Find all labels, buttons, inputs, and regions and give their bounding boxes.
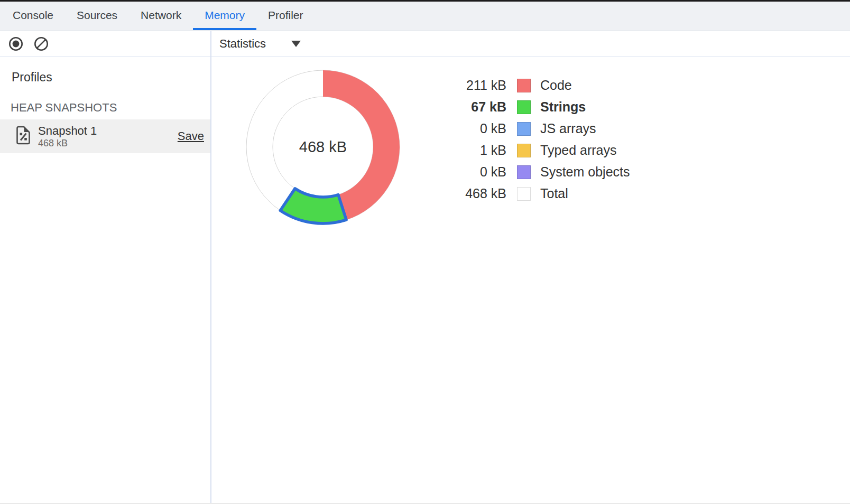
legend-row-js-arrays: 0 kBJS arrays [454, 118, 630, 139]
clear-all-icon[interactable] [34, 36, 49, 51]
snapshot-list-item[interactable]: Snapshot 1 468 kB Save [0, 119, 210, 153]
legend-row-total: 468 kBTotal [454, 183, 630, 204]
legend-row-typed-arrays: 1 kBTyped arrays [454, 139, 630, 161]
record-icon[interactable] [8, 36, 23, 51]
snapshot-info: Snapshot 1 468 kB [38, 124, 97, 148]
legend-swatch-icon [517, 187, 531, 201]
legend-value: 1 kB [454, 143, 506, 158]
tab-network[interactable]: Network [129, 2, 193, 30]
memory-donut-chart: 468 kB [238, 62, 408, 231]
heap-snapshot-icon [15, 125, 31, 147]
legend-value: 468 kB [454, 186, 506, 201]
donut-slice-strings[interactable] [280, 189, 346, 223]
statistics-view: 468 kB 211 kBCode67 kBStrings0 kBJS arra… [211, 58, 850, 504]
legend-label: Strings [540, 99, 586, 115]
legend-value: 211 kB [454, 78, 506, 93]
save-link[interactable]: Save [178, 129, 204, 143]
legend-value: 0 kB [454, 164, 506, 180]
legend-swatch-icon [517, 144, 531, 157]
view-select-value: Statistics [219, 37, 266, 51]
legend-swatch-icon [517, 79, 531, 92]
chevron-down-icon [291, 41, 301, 47]
devtools-tabbar: Console Sources Network Memory Profiler [0, 2, 850, 31]
heap-snapshots-heading: HEAP SNAPSHOTS [11, 101, 117, 115]
profiles-heading: Profiles [12, 70, 52, 85]
legend-swatch-icon [517, 165, 531, 179]
chart-legend: 211 kBCode67 kBStrings0 kBJS arrays1 kBT… [454, 74, 630, 204]
tab-sources[interactable]: Sources [65, 2, 129, 30]
snapshot-title: Snapshot 1 [38, 124, 97, 138]
memory-toolbar: Statistics [0, 31, 850, 57]
legend-value: 67 kB [454, 99, 506, 115]
legend-label: JS arrays [540, 121, 596, 136]
tab-memory[interactable]: Memory [193, 2, 256, 30]
legend-label: Total [540, 186, 568, 201]
legend-swatch-icon [517, 122, 531, 136]
snapshot-size: 468 kB [38, 138, 97, 148]
view-select[interactable]: Statistics [219, 31, 301, 57]
profiles-sidebar: Profiles HEAP SNAPSHOTS Snapshot 1 468 k… [0, 58, 210, 504]
legend-value: 0 kB [454, 121, 506, 136]
legend-swatch-icon [517, 100, 531, 114]
legend-row-system-objects: 0 kBSystem objects [454, 161, 630, 183]
legend-label: Code [540, 78, 572, 93]
tab-console[interactable]: Console [1, 2, 65, 30]
donut-center-label: 468 kB [299, 138, 347, 155]
legend-row-code: 211 kBCode [454, 74, 630, 96]
tab-profiler[interactable]: Profiler [256, 2, 315, 30]
legend-label: Typed arrays [540, 143, 617, 158]
legend-row-strings: 67 kBStrings [454, 96, 630, 118]
legend-label: System objects [540, 164, 630, 180]
